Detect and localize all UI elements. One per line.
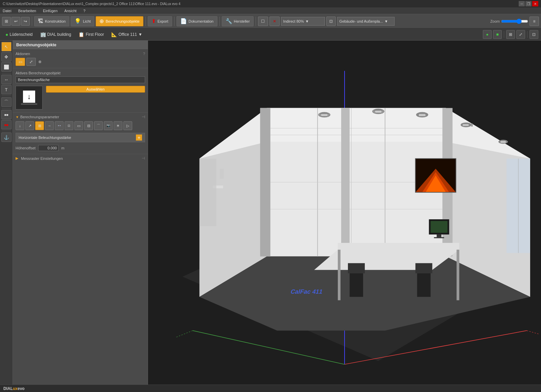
- berechnungsflaeche-input[interactable]: [16, 76, 145, 83]
- svg-rect-46: [431, 221, 448, 233]
- left-btn-color2[interactable]: ■■: [1, 120, 11, 129]
- action-buttons: ▭ ⤢: [16, 58, 145, 66]
- messraster-header[interactable]: ▶ Messraster Einstellungen ⊣: [16, 156, 145, 161]
- location3-icon: 📋: [78, 32, 84, 37]
- nav-location3[interactable]: 📋 First Floor: [76, 30, 107, 39]
- messraster-pin-icon: ⊣: [142, 156, 145, 161]
- svg-rect-50: [338, 250, 340, 300]
- indirect-dropdown[interactable]: Indirect 80% ▼: [281, 17, 325, 26]
- menu-help[interactable]: ?: [82, 8, 87, 14]
- gebaeude-arrow-icon: ▼: [384, 19, 388, 23]
- dokumentation-button[interactable]: 📄 Dokumentation: [177, 16, 217, 26]
- param-tool-5[interactable]: 👓: [55, 121, 64, 130]
- toolbar-redo-button[interactable]: ↪: [21, 17, 30, 26]
- left-btn-curve[interactable]: ⌒: [1, 97, 11, 107]
- viewport[interactable]: CalFac 411: [148, 41, 541, 385]
- separator-3: [174, 17, 174, 26]
- svg-marker-55: [417, 273, 431, 297]
- view-resize-btn[interactable]: ⤢: [516, 30, 525, 39]
- konstruktion-button[interactable]: 🏗 Konstruktion: [34, 16, 69, 26]
- svg-marker-20: [260, 108, 270, 256]
- action-btn-2[interactable]: ⤢: [26, 58, 36, 66]
- view-circle-btn[interactable]: ●: [483, 30, 492, 39]
- param-tool-11[interactable]: ☀: [114, 121, 122, 130]
- aktionen-help[interactable]: ?: [143, 52, 145, 56]
- left-btn-shape[interactable]: ⬜: [1, 62, 11, 72]
- aktives-obj-label: Aktives Berechnungsobjekt: [16, 71, 145, 75]
- param-tool-12[interactable]: ▷: [123, 121, 132, 130]
- menu-einfuegen[interactable]: Einfügen: [42, 8, 59, 14]
- minimize-button[interactable]: ─: [519, 1, 525, 6]
- nav-location2[interactable]: 🏢 DIAL building: [38, 30, 74, 39]
- toolbar-home-button[interactable]: ⊞: [2, 17, 11, 26]
- auswahlen-button[interactable]: Auswählen: [46, 86, 145, 93]
- nav-location1[interactable]: ● Lüdenscheid: [3, 30, 36, 39]
- hoehenoffset-input[interactable]: [38, 145, 58, 151]
- render-btn2[interactable]: ✕: [269, 17, 280, 26]
- window-controls: ─ ❐ ✕: [519, 1, 538, 6]
- view-frame-btn[interactable]: ⊞: [506, 30, 515, 39]
- param-pin-icon[interactable]: ⊣: [142, 115, 145, 119]
- left-btn-measure[interactable]: ↔: [1, 75, 11, 84]
- left-btn-move[interactable]: ✥: [1, 52, 11, 62]
- screen-btn[interactable]: ⊡: [326, 17, 336, 26]
- bottombar: DIALux evo: [0, 385, 541, 392]
- svg-rect-21: [341, 108, 350, 256]
- left-separator-1: [2, 73, 11, 73]
- hoehenoffset-row: Höhenoffset m: [16, 144, 145, 152]
- left-btn-anchor[interactable]: ⚓: [1, 132, 11, 142]
- view-separator: [504, 31, 504, 38]
- svg-rect-32: [419, 114, 426, 116]
- gebaeude-dropdown[interactable]: Gebäude- und Außenpla... ▼: [337, 17, 395, 26]
- action-btn-1[interactable]: ▭: [16, 58, 25, 66]
- menu-bearbeiten[interactable]: Bearbeiten: [17, 8, 38, 14]
- param-tool-10[interactable]: 📷: [104, 121, 113, 130]
- param-collapse-icon[interactable]: ▼: [16, 115, 19, 119]
- param-tool-3[interactable]: ⊞: [35, 121, 44, 130]
- svg-rect-47: [437, 235, 441, 237]
- view-maximize-btn[interactable]: ⊡: [530, 30, 538, 39]
- svg-rect-34: [463, 124, 469, 126]
- restore-button[interactable]: ❐: [525, 1, 532, 6]
- param-tool-1[interactable]: ↓: [16, 121, 24, 130]
- dokumentation-icon: 📄: [180, 18, 187, 24]
- panel-header: Berechnungsobjekte: [13, 41, 148, 50]
- svg-marker-53: [350, 273, 363, 297]
- svg-marker-54: [416, 263, 432, 273]
- svg-rect-35: [471, 124, 473, 127]
- render-btn1[interactable]: ☐: [258, 17, 268, 26]
- panel: Berechnungsobjekte Aktionen ? ▭ ⤢ Aktive…: [13, 41, 148, 385]
- param-tool-9[interactable]: ⌒: [94, 121, 103, 130]
- h-beleuchtung-row: Horizontale Beleuchtungsstärke +: [16, 133, 145, 142]
- left-btn-text[interactable]: T: [1, 85, 11, 94]
- preview-arrow: ↓: [16, 86, 42, 109]
- gebaeude-label: Gebäude- und Außenpla...: [339, 19, 383, 23]
- hersteller-icon: 🔧: [226, 18, 232, 24]
- param-header: ▼ Berechnungsparameter ⊣: [16, 115, 145, 119]
- auswahlen-container: Auswählen: [46, 86, 145, 93]
- close-button[interactable]: ✕: [532, 1, 538, 6]
- licht-button[interactable]: 💡 Licht: [71, 16, 94, 26]
- left-btn-select[interactable]: ↖: [1, 42, 11, 51]
- param-tool-2[interactable]: ↗: [25, 121, 34, 130]
- separator-2: [145, 17, 146, 26]
- berechnung-button[interactable]: ⊕ Berechnungsobjekte: [96, 16, 143, 26]
- nav-location4[interactable]: 📐 Office 111 ▼: [109, 30, 145, 39]
- menu-datei[interactable]: Datei: [1, 8, 13, 14]
- separator-5: [256, 17, 256, 26]
- param-tool-4[interactable]: →: [45, 121, 54, 130]
- view-square-btn[interactable]: ■: [493, 30, 502, 39]
- menu-ansicht[interactable]: Ansicht: [63, 8, 78, 14]
- toolbar-extra-btn[interactable]: ≡: [530, 17, 539, 26]
- param-tool-7[interactable]: ▭: [74, 121, 83, 130]
- view-controls: ● ■ ⊞ ⤢ ⊡: [483, 30, 538, 39]
- h-beleuchtung-plus[interactable]: +: [136, 134, 142, 141]
- export-button[interactable]: ⬆ Export: [148, 16, 172, 26]
- zoom-slider[interactable]: [501, 19, 528, 24]
- param-tool-6[interactable]: ⊡: [65, 121, 73, 130]
- left-btn-color1[interactable]: ■■: [1, 110, 11, 119]
- toolbar-undo-button[interactable]: ↩: [11, 17, 20, 26]
- param-tool-8[interactable]: ⊟: [84, 121, 93, 130]
- hersteller-button[interactable]: 🔧 Hersteller: [222, 16, 254, 26]
- separator-4: [219, 17, 220, 26]
